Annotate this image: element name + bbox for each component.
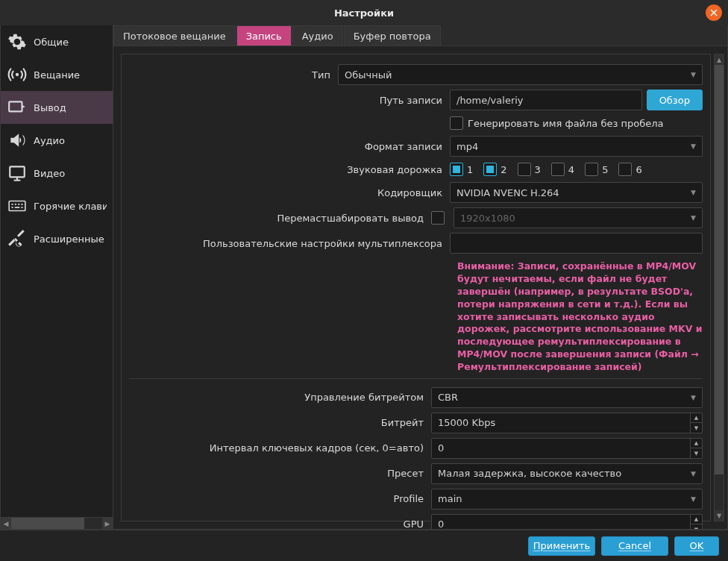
broadcast-icon xyxy=(7,64,28,85)
type-label: Тип xyxy=(122,69,338,81)
step-up-icon[interactable]: ▲ xyxy=(691,413,702,424)
output-icon xyxy=(7,97,28,118)
tools-icon xyxy=(7,228,28,249)
track-6-checkbox[interactable] xyxy=(618,163,632,176)
chevron-down-icon: ▼ xyxy=(691,189,696,196)
sidebar-item-hotkeys[interactable]: Горячие клавиши xyxy=(1,189,113,222)
svg-point-0 xyxy=(16,73,19,76)
sidebar-item-label: Расширенные xyxy=(34,234,104,245)
scroll-up-icon[interactable]: ▲ xyxy=(715,54,724,65)
keyint-label: Интервал ключевых кадров (сек, 0=авто) xyxy=(122,442,431,454)
tracks-label: Звуковая дорожка xyxy=(122,164,450,175)
bitrate-label: Битрейт xyxy=(122,417,431,428)
track-1-checkbox[interactable] xyxy=(450,163,463,176)
format-label: Формат записи xyxy=(122,141,450,152)
rescale-checkbox[interactable] xyxy=(431,211,445,225)
format-select[interactable]: mp4▼ xyxy=(450,136,703,157)
speaker-icon xyxy=(7,130,28,151)
chevron-down-icon: ▼ xyxy=(691,470,696,477)
browse-button[interactable]: Обзор xyxy=(647,90,703,110)
track-3-checkbox[interactable] xyxy=(518,163,531,176)
chevron-down-icon: ▼ xyxy=(691,71,696,78)
step-up-icon[interactable]: ▲ xyxy=(691,515,702,525)
preset-label: Пресет xyxy=(122,468,431,479)
sidebar-item-label: Аудио xyxy=(34,135,65,146)
footer: Применить Cancel OK xyxy=(0,530,728,561)
gear-icon xyxy=(7,31,28,52)
muxer-label: Пользовательские настройки мультиплексор… xyxy=(122,238,450,249)
sidebar-item-output[interactable]: Вывод xyxy=(1,91,113,124)
step-down-icon[interactable]: ▼ xyxy=(691,448,702,458)
chevron-down-icon: ▼ xyxy=(691,495,696,503)
apply-button[interactable]: Применить xyxy=(528,536,595,556)
sidebar: Общие Вещание Вывод Аудио Видео Горячие … xyxy=(0,25,113,530)
type-select[interactable]: Обычный▼ xyxy=(338,64,703,85)
sidebar-item-label: Вещание xyxy=(34,69,80,81)
track-2-checkbox[interactable] xyxy=(483,163,497,176)
tab-recording[interactable]: Запись xyxy=(236,25,292,46)
tab-streaming[interactable]: Потоковое вещание xyxy=(113,25,236,46)
ok-button[interactable]: OK xyxy=(674,536,719,556)
sidebar-item-general[interactable]: Общие xyxy=(1,25,113,58)
track-4-checkbox[interactable] xyxy=(551,163,565,176)
sidebar-hscrollbar[interactable]: ◀ ▶ xyxy=(1,517,113,529)
generate-filename-checkbox[interactable] xyxy=(450,116,463,130)
step-down-icon[interactable]: ▼ xyxy=(691,524,702,529)
content-vscrollbar[interactable]: ▲ ▼ xyxy=(714,54,724,521)
step-up-icon[interactable]: ▲ xyxy=(691,439,702,449)
keyboard-icon xyxy=(7,195,28,216)
sidebar-item-label: Вывод xyxy=(34,102,66,113)
path-label: Путь записи xyxy=(122,95,450,106)
close-button[interactable] xyxy=(706,4,722,21)
close-icon xyxy=(710,9,718,16)
tab-audio[interactable]: Аудио xyxy=(292,25,343,46)
gpu-spinbox[interactable]: 0▲▼ xyxy=(431,514,703,529)
encoder-select[interactable]: NVIDIA NVENC H.264▼ xyxy=(450,182,703,203)
scroll-left-icon[interactable]: ◀ xyxy=(1,518,11,529)
sidebar-item-stream[interactable]: Вещание xyxy=(1,58,113,91)
window-title: Настройки xyxy=(334,7,394,19)
scroll-right-icon[interactable]: ▶ xyxy=(102,518,113,529)
monitor-icon xyxy=(7,163,28,184)
sidebar-item-video[interactable]: Видео xyxy=(1,157,113,189)
profile-select[interactable]: main▼ xyxy=(431,489,703,510)
step-down-icon[interactable]: ▼ xyxy=(691,423,702,433)
svg-rect-3 xyxy=(9,201,25,211)
track-5-checkbox[interactable] xyxy=(585,163,598,176)
sidebar-item-advanced[interactable]: Расширенные xyxy=(1,222,113,255)
bitrate-spinbox[interactable]: 15000 Kbps▲▼ xyxy=(431,413,703,433)
svg-rect-1 xyxy=(9,101,22,111)
chevron-down-icon: ▼ xyxy=(691,214,696,222)
keyint-spinbox[interactable]: 0▲▼ xyxy=(431,438,703,459)
rescale-select[interactable]: 1920x1080▼ xyxy=(454,207,703,228)
tab-replay-buffer[interactable]: Буфер повтора xyxy=(344,25,441,46)
tabbar: Потоковое вещание Запись Аудио Буфер пов… xyxy=(113,25,727,46)
recording-path-input[interactable]: /home/valeriy xyxy=(450,90,642,110)
scroll-down-icon[interactable]: ▼ xyxy=(715,510,724,521)
cancel-button[interactable]: Cancel xyxy=(601,536,668,556)
svg-rect-2 xyxy=(10,166,25,177)
sidebar-item-label: Общие xyxy=(34,37,69,48)
chevron-down-icon: ▼ xyxy=(691,142,696,150)
preset-select[interactable]: Малая задержка, высокое качество▼ xyxy=(431,463,703,484)
rate-control-label: Управление битрейтом xyxy=(122,392,431,403)
titlebar: Настройки xyxy=(0,0,728,25)
encoder-label: Кодировщик xyxy=(122,187,450,198)
mp4-warning: Внимание: Записи, сохранённые в MP4/MOV … xyxy=(122,256,703,378)
rescale-label: Перемастшабировать вывод xyxy=(122,213,431,224)
profile-label: Profile xyxy=(122,493,431,504)
generate-filename-label: Генерировать имя файла без пробела xyxy=(468,118,664,129)
scroll-thumb[interactable] xyxy=(11,518,84,529)
vscroll-thumb[interactable] xyxy=(715,65,724,474)
sidebar-item-label: Видео xyxy=(34,168,65,179)
sidebar-item-label: Горячие клавиши xyxy=(34,201,107,212)
gpu-label: GPU xyxy=(122,518,431,529)
rate-control-select[interactable]: CBR▼ xyxy=(431,387,703,408)
muxer-input[interactable] xyxy=(450,233,703,254)
chevron-down-icon: ▼ xyxy=(691,394,696,401)
content-panel: Потоковое вещание Запись Аудио Буфер пов… xyxy=(113,25,728,530)
sidebar-item-audio[interactable]: Аудио xyxy=(1,124,113,157)
